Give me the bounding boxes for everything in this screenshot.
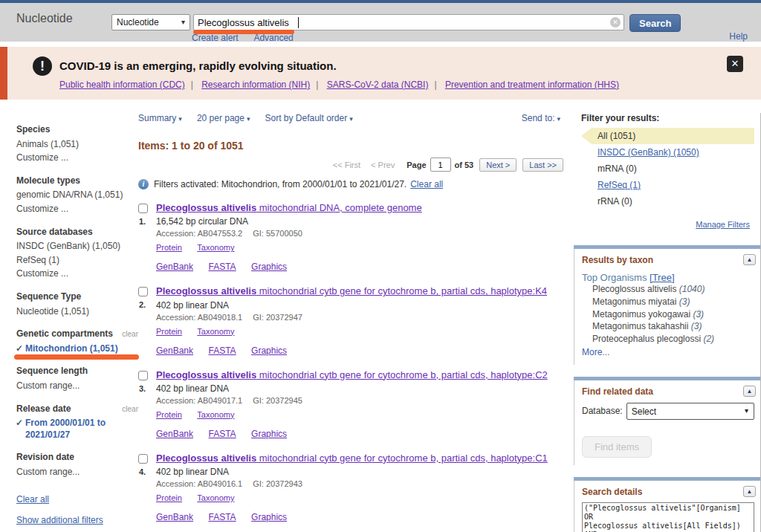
banner-link[interactable]: Research information (NIH) <box>201 80 310 90</box>
organism-link[interactable]: Metagonimus miyatai (3) <box>582 296 754 308</box>
result-item: 3. Plecoglossus altivelis mitochondrial … <box>138 369 563 440</box>
banner-link[interactable]: Prevention and treatment information (HH… <box>445 80 619 90</box>
taxonomy-link[interactable]: Taxonomy <box>197 327 234 336</box>
first-page-button: << First <box>333 160 360 169</box>
protein-link[interactable]: Protein <box>156 410 182 419</box>
fasta-link[interactable]: FASTA <box>209 262 236 272</box>
genbank-link[interactable]: GenBank <box>156 429 193 439</box>
page-label: Page <box>407 160 426 169</box>
sidebar-filter-label[interactable]: Mitochondrion (1,051) <box>25 343 118 354</box>
filter-tab-item[interactable]: INSDC (GenBank) (1050) <box>581 144 754 160</box>
send-to-dropdown[interactable]: Send to:▾ <box>522 113 560 123</box>
tree-link[interactable]: [Tree] <box>650 272 674 283</box>
create-alert-link[interactable]: Create alert <box>192 33 239 43</box>
sidebar-filter-label[interactable]: From 2000/01/01 to 2021/01/27 <box>25 418 106 440</box>
taxonomy-link[interactable]: Taxonomy <box>197 243 234 252</box>
graphics-link[interactable]: Graphics <box>251 429 287 439</box>
discovery-sidebar: Filter your results: All (1051) INSDC (G… <box>574 113 761 532</box>
collapse-icon[interactable]: ▲ <box>743 386 756 397</box>
organism-link[interactable]: Plecoglossus altivelis (1040) <box>582 283 754 296</box>
search-button[interactable]: Search <box>629 14 681 32</box>
sidebar-filter-label[interactable]: Customize ... <box>16 204 68 214</box>
per-page-dropdown[interactable]: 20 per page▾ <box>197 113 250 123</box>
genbank-link[interactable]: GenBank <box>156 346 193 356</box>
sidebar-filter-row: Customize ... <box>16 204 125 215</box>
genbank-link[interactable]: GenBank <box>156 512 193 522</box>
advanced-search-link[interactable]: Advanced <box>253 33 293 43</box>
last-page-button[interactable]: Last >> <box>522 158 563 172</box>
search-bar: Nucleotide ▾ ✕ Search <box>111 14 681 32</box>
display-format-dropdown[interactable]: Summary▾ <box>138 113 182 123</box>
sidebar-filter-label[interactable]: Nucleotide (1,051) <box>16 306 89 317</box>
caret-down-icon: ▾ <box>178 115 182 123</box>
more-organisms-link[interactable]: More... <box>582 347 754 357</box>
protein-link[interactable]: Protein <box>156 493 182 502</box>
result-title-link[interactable]: Plecoglossus altivelis mitochondrial DNA… <box>156 202 563 214</box>
result-number: 1. <box>139 217 146 226</box>
sidebar-filter-label: Molecule types <box>16 175 80 186</box>
sidebar-filter-label[interactable]: Customize ... <box>16 152 68 163</box>
fasta-link[interactable]: FASTA <box>209 429 236 439</box>
sort-dropdown[interactable]: Sort by Default order▾ <box>265 113 352 123</box>
clear-filter-link[interactable]: clear <box>122 329 138 339</box>
clear-all-link[interactable]: Clear all <box>410 179 443 189</box>
result-checkbox[interactable] <box>138 454 148 464</box>
sidebar-filter-label: Sequence length <box>16 366 88 376</box>
next-page-button[interactable]: Next > <box>479 158 516 172</box>
result-description: 402 bp linear DNA <box>156 383 563 394</box>
sidebar-filter-label[interactable]: Customize ... <box>16 268 68 279</box>
database-select[interactable]: Nucleotide ▾ <box>111 14 190 30</box>
sidebar-filter-label[interactable]: RefSeq (1) <box>16 255 59 265</box>
manage-filters-link[interactable]: Manage Filters <box>696 220 750 229</box>
sidebar-filter-row: Animals (1,051) <box>16 139 125 151</box>
graphics-link[interactable]: Graphics <box>251 346 287 356</box>
fasta-link[interactable]: FASTA <box>209 512 236 522</box>
result-title-link[interactable]: Plecoglossus altivelis mitochondrial cyt… <box>156 285 563 297</box>
clear-all-filters-link[interactable]: Clear all <box>16 494 128 505</box>
protein-link[interactable]: Protein <box>156 327 182 336</box>
sidebar-filter-label[interactable]: Custom range... <box>16 467 80 477</box>
caret-down-icon: ▾ <box>557 115 560 123</box>
taxonomy-link[interactable]: Taxonomy <box>197 493 234 502</box>
search-input[interactable] <box>193 14 624 30</box>
collapse-icon[interactable]: ▲ <box>743 486 756 497</box>
filter-tab-item[interactable]: All (1051) <box>581 128 754 144</box>
clear-filter-link[interactable]: clear <box>122 404 138 414</box>
show-additional-filters-link[interactable]: Show additional filters <box>16 515 128 525</box>
sidebar-filter-row: ✓ Mitochondrion (1,051) <box>16 343 125 355</box>
result-checkbox[interactable] <box>138 371 148 380</box>
organism-link[interactable]: Metagonimus takahashii (3) <box>582 320 754 333</box>
help-link[interactable]: Help <box>729 31 748 42</box>
sidebar-filter-label[interactable]: INSDC (GenBank) (1,050) <box>16 241 120 251</box>
banner-link[interactable]: Public health information (CDC) <box>59 80 185 90</box>
banner-link[interactable]: SARS-CoV-2 data (NCBI) <box>327 80 429 90</box>
sidebar-filter-label[interactable]: Custom range... <box>16 380 80 391</box>
gi-value: GI: 20372945 <box>253 396 302 405</box>
result-meta: Accession: AB049017.1GI: 20372945 <box>156 396 563 405</box>
organism-link[interactable]: Proteocephalus plecoglossi (2) <box>582 333 754 346</box>
results-toolbar: Summary▾ 20 per page▾ Sort by Default or… <box>138 113 563 123</box>
taxonomy-link[interactable]: Taxonomy <box>197 410 234 419</box>
related-database-select[interactable]: Select ▾ <box>626 403 754 420</box>
organism-link[interactable]: Metagonimus yokogawai (3) <box>582 308 754 321</box>
clear-search-icon[interactable]: ✕ <box>610 17 621 27</box>
genbank-link[interactable]: GenBank <box>156 262 193 272</box>
graphics-link[interactable]: Graphics <box>251 512 287 522</box>
pagination: << First < Prev Page of 53 Next > Last >… <box>138 158 563 172</box>
collapse-icon[interactable]: ▲ <box>743 254 756 265</box>
protein-link[interactable]: Protein <box>156 243 182 252</box>
result-title-link[interactable]: Plecoglossus altivelis mitochondrial cyt… <box>156 452 563 464</box>
close-icon[interactable]: ✕ <box>727 56 743 72</box>
sidebar-filter-label[interactable]: genomic DNA/RNA (1,051) <box>16 189 123 200</box>
page-number-input[interactable] <box>430 158 451 172</box>
text-cursor <box>298 17 299 28</box>
filter-tab-item[interactable]: RefSeq (1) <box>581 177 754 193</box>
graphics-link[interactable]: Graphics <box>251 262 287 272</box>
result-title-link[interactable]: Plecoglossus altivelis mitochondrial cyt… <box>156 369 563 381</box>
sidebar-filter-label[interactable]: Animals (1,051) <box>16 139 79 149</box>
search-details-textarea[interactable]: ("Plecoglossus altivelis"[Organism] OR P… <box>582 502 754 532</box>
result-checkbox[interactable] <box>138 287 148 296</box>
result-description: 402 bp linear DNA <box>156 300 563 311</box>
fasta-link[interactable]: FASTA <box>209 346 236 356</box>
result-checkbox[interactable] <box>138 204 148 213</box>
